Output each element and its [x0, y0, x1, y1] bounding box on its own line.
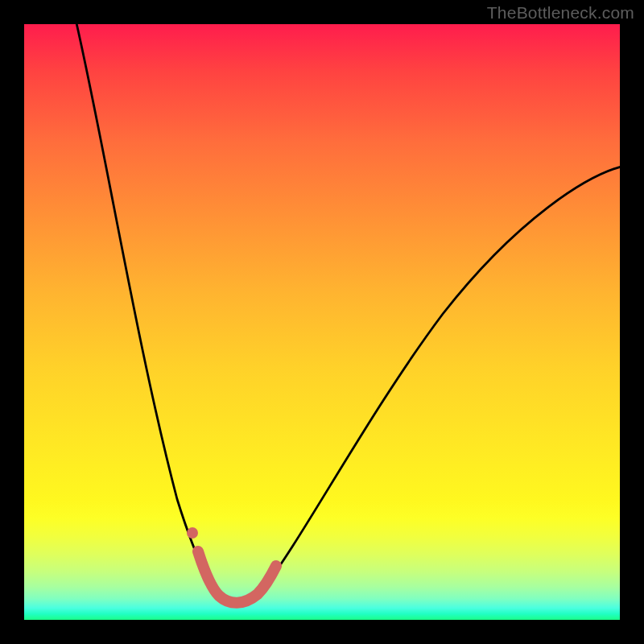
watermark-text: TheBottleneck.com	[487, 3, 634, 23]
highlight-curve-path	[198, 551, 276, 603]
highlight-dot	[187, 527, 198, 539]
chart-frame: TheBottleneck.com	[0, 0, 644, 644]
main-curve-path	[75, 24, 620, 601]
bottleneck-curve	[24, 24, 620, 620]
plot-area	[24, 24, 620, 620]
